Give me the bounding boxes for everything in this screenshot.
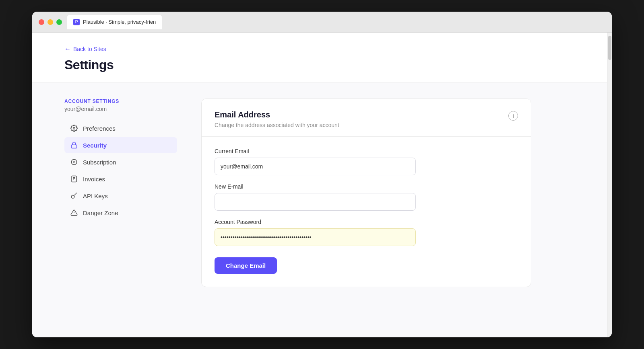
scrollbar-track[interactable]	[607, 33, 612, 337]
close-button[interactable]	[39, 19, 44, 25]
sidebar-item-label-danger-zone: Danger Zone	[83, 209, 118, 216]
card-header: Email Address Change the address associa…	[202, 99, 531, 137]
content-area: Email Address Change the address associa…	[201, 99, 531, 319]
back-link-label: Back to Sites	[73, 46, 106, 52]
sidebar-item-invoices[interactable]: Invoices	[64, 171, 177, 187]
info-icon[interactable]: i	[508, 111, 518, 121]
sidebar-item-api-keys[interactable]: API Keys	[64, 188, 177, 204]
svg-rect-1	[71, 145, 77, 148]
new-email-input[interactable]	[215, 193, 416, 211]
minimize-button[interactable]	[47, 19, 53, 25]
sidebar-item-subscription[interactable]: Subscription	[64, 154, 177, 170]
sidebar-item-danger-zone[interactable]: Danger Zone	[64, 205, 177, 221]
account-password-input[interactable]	[215, 228, 416, 246]
warning-icon	[70, 209, 78, 217]
back-to-sites-link[interactable]: ← Back to Sites	[64, 45, 575, 53]
tab-title: Plausible · Simple, privacy-frien	[83, 19, 156, 25]
sidebar-item-label-api-keys: API Keys	[83, 193, 108, 199]
page-inner: ← Back to Sites Settings ACCOUNT SETTING…	[32, 33, 607, 337]
lock-icon	[70, 141, 78, 149]
sidebar-item-preferences[interactable]: Preferences	[64, 120, 177, 136]
card-body: Current Email New E-mail Account Passwor…	[202, 137, 531, 287]
sidebar-item-label-subscription: Subscription	[83, 159, 116, 166]
tab-favicon: P	[73, 19, 80, 25]
svg-point-7	[71, 195, 74, 199]
coin-icon	[70, 158, 78, 166]
sidebar: ACCOUNT SETTINGS your@email.com Preferen…	[64, 99, 177, 319]
browser-window: P Plausible · Simple, privacy-frien ← Ba…	[32, 12, 612, 337]
current-email-group: Current Email	[215, 148, 518, 175]
main-layout: ACCOUNT SETTINGS your@email.com Preferen…	[32, 82, 607, 335]
browser-body: ← Back to Sites Settings ACCOUNT SETTING…	[32, 33, 612, 337]
sidebar-item-label-invoices: Invoices	[83, 176, 105, 183]
account-password-label: Account Password	[215, 219, 518, 225]
scrollbar-thumb[interactable]	[608, 36, 611, 60]
card-subtitle: Change the address associated with your …	[215, 122, 339, 128]
change-email-button[interactable]: Change Email	[215, 257, 277, 274]
current-email-label: Current Email	[215, 148, 518, 154]
svg-rect-3	[72, 176, 76, 182]
page-title: Settings	[64, 57, 575, 72]
key-icon	[70, 192, 78, 200]
sidebar-email: your@email.com	[64, 106, 177, 112]
browser-titlebar: P Plausible · Simple, privacy-frien	[32, 12, 612, 33]
browser-tab[interactable]: P Plausible · Simple, privacy-frien	[67, 15, 162, 29]
current-email-input[interactable]	[215, 158, 416, 175]
sidebar-item-label-preferences: Preferences	[83, 125, 116, 132]
account-password-group: Account Password	[215, 219, 518, 246]
receipt-icon	[70, 175, 78, 183]
email-address-card: Email Address Change the address associa…	[201, 99, 531, 287]
card-header-text: Email Address Change the address associa…	[215, 110, 339, 128]
back-arrow-icon: ←	[64, 45, 71, 53]
sidebar-item-security[interactable]: Security	[64, 137, 177, 153]
traffic-lights	[39, 19, 62, 25]
page-header: ← Back to Sites Settings	[32, 33, 607, 82]
new-email-group: New E-mail	[215, 183, 518, 211]
maximize-button[interactable]	[56, 19, 62, 25]
card-title: Email Address	[215, 110, 339, 119]
new-email-label: New E-mail	[215, 183, 518, 190]
gear-icon	[70, 124, 78, 132]
svg-point-0	[73, 127, 75, 129]
sidebar-item-label-security: Security	[83, 142, 107, 149]
sidebar-section-label: ACCOUNT SETTINGS	[64, 99, 177, 104]
sidebar-nav: Preferences Security	[64, 120, 177, 221]
